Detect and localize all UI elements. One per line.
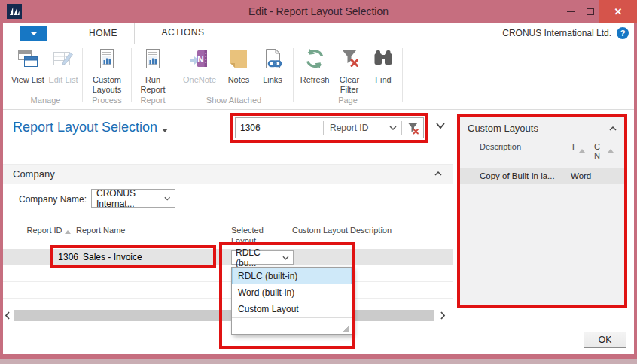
run-report-icon xyxy=(141,47,165,71)
company-name-label: Company Name: xyxy=(19,194,87,205)
filter-field-selector[interactable]: Report ID xyxy=(324,123,385,133)
close-button[interactable]: ✕ xyxy=(599,0,637,23)
panel-column-type[interactable]: T xyxy=(571,142,576,151)
group-divider xyxy=(402,48,403,102)
scrollbar-left-arrow[interactable] xyxy=(4,311,11,320)
custom-layouts-panel-title: Custom Layouts xyxy=(468,123,538,134)
custom-layout-description: Copy of Built-in la... xyxy=(480,168,555,184)
sort-ascending-icon xyxy=(579,149,585,153)
filter-value-input[interactable] xyxy=(236,119,323,137)
tab-home[interactable]: HOME xyxy=(72,23,135,44)
selected-layout-value: RDLC (bu... xyxy=(236,247,282,268)
grid-row-separator xyxy=(3,281,453,282)
page-title[interactable]: Report Layout Selection xyxy=(13,120,157,135)
minimize-button[interactable] xyxy=(562,0,580,23)
pane-splitter xyxy=(453,110,453,310)
selected-layout-combobox[interactable]: RDLC (bu... xyxy=(231,250,294,265)
edit-list-button[interactable]: Edit List xyxy=(46,47,81,85)
onenote-icon: N xyxy=(187,47,212,71)
ribbon-group-show-attached: Show Attached xyxy=(176,96,291,105)
dropdown-resize-footer xyxy=(232,317,352,334)
edit-list-icon xyxy=(51,47,75,71)
grid-cell-report-name: Sales - Invoice xyxy=(83,249,142,265)
refresh-icon xyxy=(303,47,327,71)
grid-column-report-name[interactable]: Report Name xyxy=(76,225,125,235)
ok-button[interactable]: OK xyxy=(584,332,626,348)
run-report-button[interactable]: Run Report xyxy=(134,47,172,95)
custom-layouts-panel: Custom Layouts Description T C N Copy of… xyxy=(460,117,624,305)
app-window: Edit - Report Layout Selection ✕ HOME AC… xyxy=(0,0,637,364)
company-name-value: CRONUS Internat... xyxy=(96,188,164,209)
chevron-down-icon xyxy=(164,196,170,201)
clear-filter-button[interactable]: Clear Filter xyxy=(332,47,367,95)
refresh-button[interactable]: Refresh xyxy=(297,47,333,85)
title-bar: Edit - Report Layout Selection ✕ xyxy=(0,0,637,23)
notes-button[interactable]: Notes xyxy=(224,47,254,85)
collapse-section-chevron-icon[interactable] xyxy=(434,171,443,177)
dropdown-option-custom[interactable]: Custom Layout xyxy=(232,301,352,317)
clear-filter-inline-button[interactable] xyxy=(402,120,423,135)
notes-icon xyxy=(227,47,251,71)
find-icon xyxy=(371,47,395,71)
sort-ascending-icon xyxy=(65,230,71,234)
grid-row-separator xyxy=(3,298,453,299)
find-button[interactable]: Find xyxy=(368,47,398,85)
company-name-indicator: CRONUS International Ltd. xyxy=(407,23,611,44)
dropdown-option-word[interactable]: Word (built-in) xyxy=(232,284,352,301)
custom-layout-type: Word xyxy=(571,168,591,184)
scrollbar-right-arrow[interactable] xyxy=(439,311,447,320)
ribbon-group-page: Page xyxy=(295,96,401,105)
clear-filter-icon xyxy=(337,47,361,71)
window-bottom-edge xyxy=(0,359,637,364)
company-section-header[interactable]: Company xyxy=(3,164,453,184)
maximize-button[interactable] xyxy=(581,0,599,23)
layout-dropdown-list: RDLC (built-in) Word (built-in) Custom L… xyxy=(231,267,352,335)
chevron-down-icon xyxy=(30,32,38,35)
company-section-title: Company xyxy=(13,165,55,184)
resize-grip-icon[interactable] xyxy=(343,325,349,332)
svg-text:N: N xyxy=(197,54,204,65)
application-menu-button[interactable] xyxy=(20,26,47,41)
ribbon-group-process: Process xyxy=(84,96,130,105)
panel-column-company-name[interactable]: C N xyxy=(594,142,602,160)
window-title: Edit - Report Layout Selection xyxy=(0,0,637,23)
group-divider xyxy=(82,48,83,102)
clear-filter-small-icon xyxy=(405,120,420,135)
company-name-combobox[interactable]: CRONUS Internat... xyxy=(91,189,175,208)
ribbon-group-report: Report xyxy=(133,96,173,105)
close-icon: ✕ xyxy=(614,6,623,17)
group-divider xyxy=(131,48,132,102)
dropdown-option-rdlc[interactable]: RDLC (built-in) xyxy=(232,268,352,284)
ribbon-group-manage: Manage xyxy=(11,96,81,105)
links-button[interactable]: Links xyxy=(256,47,289,85)
custom-layouts-button[interactable]: Custom Layouts xyxy=(85,47,129,95)
group-divider xyxy=(293,48,294,102)
grid-column-custom-layout-description[interactable]: Custom Layout Description xyxy=(292,225,392,235)
custom-layout-row[interactable]: Copy of Built-in la... Word xyxy=(460,168,624,184)
grid-column-report-id[interactable]: Report ID xyxy=(26,225,62,235)
filter-pane-expand-chevron-icon[interactable] xyxy=(434,121,447,130)
grid-cell-report-id: 1306 xyxy=(44,249,78,265)
view-list-icon xyxy=(16,47,40,71)
chevron-down-icon xyxy=(282,256,289,260)
collapse-panel-chevron-icon[interactable] xyxy=(608,126,617,132)
onenote-button[interactable]: N OneNote xyxy=(179,47,220,85)
grid-row-selected[interactable]: 1306 Sales - Invoice xyxy=(3,249,453,265)
maximize-icon xyxy=(587,8,594,15)
help-button[interactable]: ? xyxy=(617,27,629,39)
view-list-button[interactable]: View List xyxy=(11,47,45,85)
minimize-icon xyxy=(567,11,575,12)
page-title-caret-icon[interactable] xyxy=(162,129,168,132)
filter-bar: Report ID xyxy=(235,117,424,138)
custom-layouts-icon xyxy=(95,47,119,71)
sort-ascending-icon xyxy=(608,149,614,153)
grid-column-selected-layout[interactable]: Selected Layout xyxy=(231,225,275,246)
group-divider xyxy=(175,48,175,102)
panel-column-description[interactable]: Description xyxy=(480,142,521,151)
chevron-down-icon[interactable] xyxy=(389,126,397,130)
horizontal-scrollbar[interactable] xyxy=(14,310,434,321)
tab-actions[interactable]: ACTIONS xyxy=(148,23,218,44)
links-icon xyxy=(261,47,285,71)
